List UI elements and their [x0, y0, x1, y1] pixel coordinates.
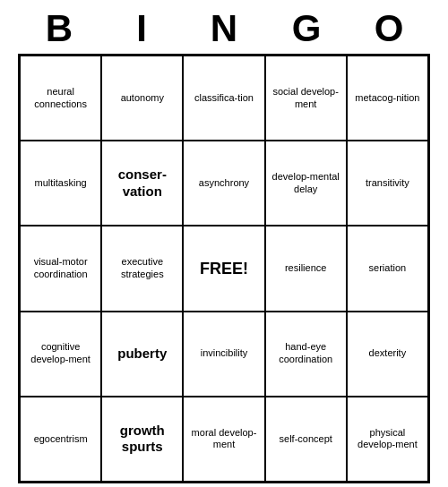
bingo-cell-7[interactable]: asynchrony: [183, 141, 264, 226]
bingo-cell-16[interactable]: puberty: [101, 312, 183, 397]
letter-g: G: [267, 7, 346, 50]
bingo-cell-15[interactable]: cognitive develop-ment: [20, 312, 101, 397]
bingo-grid: neural connectionsautonomyclassifica-tio…: [18, 54, 430, 483]
bingo-cell-11[interactable]: executive strategies: [101, 226, 183, 311]
letter-n: N: [185, 7, 263, 50]
bingo-cell-4[interactable]: metacog-nition: [347, 56, 428, 141]
bingo-cell-10[interactable]: visual-motor coordination: [20, 226, 101, 311]
letter-b: B: [20, 7, 99, 50]
bingo-cell-22[interactable]: moral develop-ment: [183, 397, 264, 482]
bingo-cell-12[interactable]: FREE!: [183, 226, 264, 311]
bingo-cell-21[interactable]: growth spurts: [101, 397, 183, 482]
bingo-cell-13[interactable]: resilience: [265, 226, 347, 311]
bingo-header: B I N G O: [18, 7, 430, 50]
bingo-cell-18[interactable]: hand-eye coordination: [265, 312, 347, 397]
bingo-cell-5[interactable]: multitasking: [20, 141, 101, 226]
bingo-cell-3[interactable]: social develop-ment: [265, 56, 347, 141]
bingo-cell-24[interactable]: physical develop-ment: [347, 397, 428, 482]
bingo-cell-19[interactable]: dexterity: [347, 312, 428, 397]
bingo-cell-8[interactable]: develop-mental delay: [265, 141, 347, 226]
bingo-cell-14[interactable]: seriation: [347, 226, 428, 311]
bingo-cell-6[interactable]: conser-vation: [101, 141, 183, 226]
letter-i: I: [102, 7, 181, 50]
bingo-cell-1[interactable]: autonomy: [101, 56, 183, 141]
bingo-cell-2[interactable]: classifica-tion: [183, 56, 264, 141]
bingo-cell-20[interactable]: egocentrism: [20, 397, 101, 482]
bingo-cell-23[interactable]: self-concept: [265, 397, 347, 482]
letter-o: O: [349, 7, 428, 50]
bingo-cell-9[interactable]: transitivity: [347, 141, 428, 226]
bingo-cell-0[interactable]: neural connections: [20, 56, 101, 141]
bingo-cell-17[interactable]: invincibility: [183, 312, 264, 397]
